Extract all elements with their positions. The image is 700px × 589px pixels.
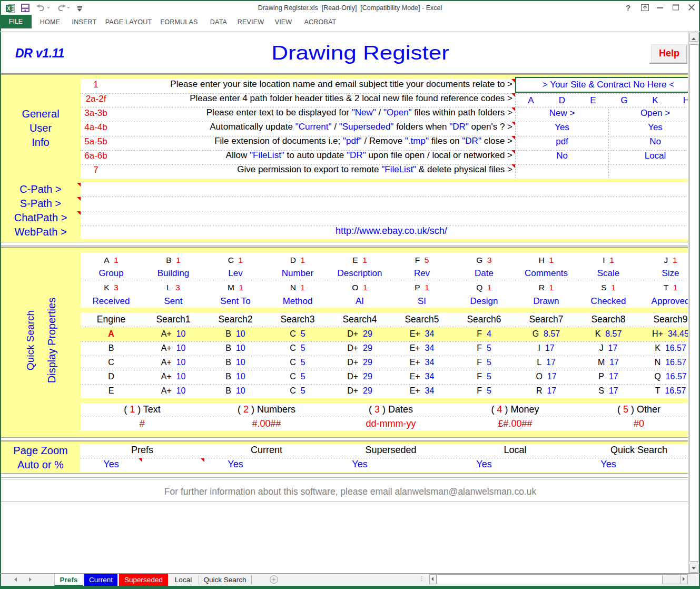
- svg-text:X: X: [7, 6, 11, 12]
